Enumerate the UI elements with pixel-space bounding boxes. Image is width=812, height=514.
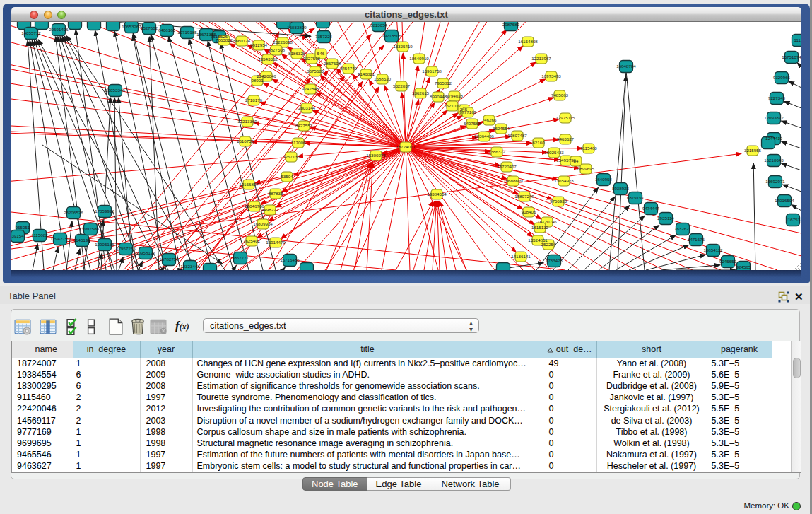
svg-text:18640910: 18640910 — [409, 56, 429, 61]
svg-text:9777169: 9777169 — [459, 110, 477, 115]
svg-text:9115460: 9115460 — [580, 146, 597, 151]
svg-text:908406: 908406 — [522, 209, 536, 214]
svg-text:317006: 317006 — [291, 140, 306, 145]
svg-text:1621072: 1621072 — [444, 103, 461, 108]
svg-text:16961758: 16961758 — [422, 69, 442, 74]
svg-text:7625402: 7625402 — [243, 238, 261, 243]
svg-text:9227343: 9227343 — [768, 95, 786, 100]
svg-text:62160: 62160 — [532, 140, 545, 145]
svg-text:10688609: 10688609 — [503, 178, 523, 183]
svg-text:9245652: 9245652 — [719, 259, 737, 264]
svg-text:17957255: 17957255 — [116, 246, 136, 251]
svg-text:7955812: 7955812 — [435, 81, 452, 86]
svg-text:7386372: 7386372 — [488, 149, 506, 154]
svg-text:9329966: 9329966 — [773, 75, 791, 80]
svg-text:20053346: 20053346 — [105, 88, 125, 93]
svg-text:15716485: 15716485 — [280, 257, 300, 262]
svg-text:1640954: 1640954 — [595, 177, 613, 182]
svg-text:16033809: 16033809 — [287, 25, 307, 30]
svg-text:12213369: 12213369 — [237, 119, 257, 124]
svg-text:12942757: 12942757 — [50, 236, 70, 241]
svg-text:10025433: 10025433 — [544, 150, 564, 155]
svg-text:15720407: 15720407 — [497, 164, 517, 169]
svg-text:18724007: 18724007 — [396, 144, 416, 149]
svg-text:8813054: 8813054 — [370, 23, 388, 28]
svg-text:6466160: 6466160 — [158, 28, 176, 33]
svg-text:2718176: 2718176 — [245, 98, 263, 103]
svg-text:12975115: 12975115 — [555, 115, 575, 120]
svg-text:17359928: 17359928 — [95, 209, 114, 214]
svg-text:8471676: 8471676 — [688, 237, 705, 242]
svg-text:9474444: 9474444 — [642, 206, 660, 211]
svg-text:546: 546 — [317, 51, 325, 56]
svg-text:6497568: 6497568 — [464, 121, 481, 126]
svg-text:955051: 955051 — [16, 225, 30, 230]
svg-text:252254: 252254 — [541, 242, 556, 247]
svg-text:116753: 116753 — [786, 217, 801, 222]
svg-text:8454749: 8454749 — [340, 66, 358, 71]
svg-text:1610755: 1610755 — [237, 139, 254, 144]
svg-text:1112: 1112 — [794, 37, 801, 42]
svg-text:746266: 746266 — [482, 117, 497, 122]
svg-text:23226058: 23226058 — [273, 40, 293, 45]
svg-text:10543362: 10543362 — [258, 57, 278, 62]
svg-text:1527602: 1527602 — [141, 25, 158, 30]
svg-text:12905135: 12905135 — [95, 242, 114, 247]
svg-text:10654112: 10654112 — [703, 247, 723, 252]
svg-text:20364436: 20364436 — [474, 134, 494, 139]
svg-text:8660124: 8660124 — [233, 38, 251, 43]
svg-text:1362615: 1362615 — [412, 90, 430, 95]
svg-text:12213967: 12213967 — [531, 56, 551, 61]
svg-text:13654923: 13654923 — [554, 178, 574, 183]
svg-text:9756923: 9756923 — [550, 199, 567, 204]
svg-text:1588520: 1588520 — [374, 76, 392, 81]
svg-text:3267130: 3267130 — [283, 154, 300, 159]
svg-text:98901: 98901 — [251, 78, 264, 83]
svg-text:924565: 924565 — [736, 264, 751, 269]
svg-text:7485063: 7485063 — [551, 93, 569, 98]
svg-text:9242848: 9242848 — [302, 86, 319, 91]
svg-text:26206526: 26206526 — [64, 210, 83, 215]
svg-text:17016504: 17016504 — [775, 198, 794, 203]
svg-text:13325419: 13325419 — [393, 44, 413, 49]
svg-text:10807487: 10807487 — [507, 133, 527, 138]
svg-text:16154808: 16154808 — [518, 39, 538, 44]
svg-text:10958127: 10958127 — [136, 250, 155, 255]
svg-text:887833: 887833 — [269, 191, 283, 196]
svg-text:2935114: 2935114 — [657, 216, 674, 221]
svg-text:19218506: 19218506 — [382, 33, 401, 38]
svg-text:8186328: 8186328 — [288, 51, 306, 56]
svg-text:16120746: 16120746 — [537, 219, 557, 224]
svg-text:10973493: 10973493 — [541, 74, 561, 78]
svg-text:19384554: 19384554 — [427, 192, 447, 197]
svg-text:8912954: 8912954 — [250, 42, 268, 47]
svg-text:3215955: 3215955 — [744, 148, 762, 153]
svg-text:1115682: 1115682 — [31, 233, 48, 238]
svg-text:1733426: 1733426 — [546, 258, 563, 263]
svg-text:39154: 39154 — [11, 233, 24, 238]
svg-text:84: 84 — [574, 158, 579, 163]
svg-text:4498222: 4498222 — [261, 207, 279, 212]
svg-text:7357224: 7357224 — [315, 34, 333, 39]
svg-text:9997588: 9997588 — [82, 226, 100, 231]
svg-text:16210643: 16210643 — [764, 158, 784, 163]
svg-text:15751074: 15751074 — [782, 54, 801, 59]
svg-text:9327508: 9327508 — [303, 56, 321, 61]
svg-text:14055712: 14055712 — [21, 30, 41, 35]
svg-text:8938923: 8938923 — [612, 186, 630, 191]
svg-text:16782759: 16782759 — [159, 257, 179, 262]
svg-text:2803144: 2803144 — [298, 105, 316, 110]
svg-text:9463627: 9463627 — [557, 136, 575, 141]
svg-text:9146821: 9146821 — [358, 71, 375, 76]
svg-text:1145194: 1145194 — [73, 238, 90, 243]
svg-text:16914479: 16914479 — [266, 240, 286, 245]
svg-text:9857771: 9857771 — [232, 255, 249, 260]
svg-text:18807249: 18807249 — [514, 194, 534, 199]
svg-text:16809934: 16809934 — [253, 221, 273, 226]
svg-text:15692971: 15692971 — [765, 179, 785, 184]
svg-text:8427552: 8427552 — [295, 123, 313, 128]
svg-text:9794028: 9794028 — [446, 93, 464, 98]
svg-text:1244419: 1244419 — [765, 136, 783, 141]
svg-text:20691406: 20691406 — [49, 27, 69, 32]
svg-text:2987682: 2987682 — [502, 22, 520, 27]
